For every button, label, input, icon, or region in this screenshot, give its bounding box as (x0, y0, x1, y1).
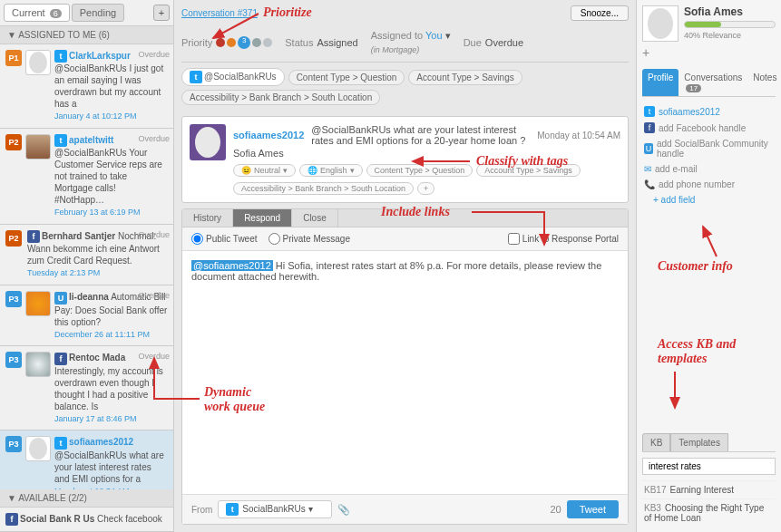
avatar (190, 124, 226, 160)
right-panel: Sofia Ames 40% Relevance + Profile Conve… (636, 0, 781, 532)
twitter-icon: t (644, 106, 655, 117)
community-icon: U (644, 143, 653, 154)
conversation-link[interactable]: Conversation #371 (181, 8, 258, 18)
avatar (642, 5, 678, 42)
tag-pill[interactable]: Accessibility > Bank Branch > South Loca… (233, 182, 414, 195)
center-panel: Conversation #371 Snooze... Priority 3 S… (174, 0, 636, 532)
priority-badge: P2 (5, 134, 22, 150)
priority-badge: P3 (5, 436, 22, 452)
avatar (25, 50, 51, 75)
priority-badge: P3 (5, 352, 22, 368)
radio-public[interactable]: Public Tweet (191, 233, 258, 245)
response-footer: From tSocialBankRUs ▾ 📎 20 Tweet (182, 494, 628, 524)
twitter-icon: t (190, 71, 202, 83)
tag-pill[interactable]: Content Type > Question (366, 164, 473, 177)
queue-item[interactable]: P3 fRentoc Mada Interestingly, my accoun… (0, 346, 173, 430)
snooze-button[interactable]: Snooze... (571, 5, 629, 21)
info-email[interactable]: ✉add e-mail (644, 164, 774, 174)
tab-kb[interactable]: KB (642, 433, 670, 451)
email-icon: ✉ (644, 164, 651, 174)
twitter-icon: t (54, 50, 67, 63)
add-field[interactable]: + add field (644, 195, 774, 205)
char-count: 20 (550, 504, 561, 515)
tweet-button[interactable]: Tweet (567, 500, 619, 518)
tab-pending[interactable]: Pending (72, 4, 124, 22)
add-queue-icon[interactable]: + (153, 5, 170, 21)
conversation-body: sofiaames2012 @SocialBankRUs what are yo… (181, 116, 629, 203)
conversation-header: Conversation #371 Snooze... (181, 0, 629, 26)
avatar (25, 134, 51, 160)
info-phone[interactable]: 📞add phone number (644, 179, 774, 189)
info-tabs: Profile Conversations 17 Notes (642, 69, 776, 97)
info-list: tsofiaames2012 fadd Facebook handle Uadd… (642, 101, 776, 210)
sentiment-pill[interactable]: 😐 Neutral ▾ (233, 164, 296, 177)
queue-item[interactable]: P2 tapateltwitt @SocialBankRUs Your Cust… (0, 129, 173, 225)
left-tabs: Current 6 Pending + (0, 0, 173, 26)
kb-item[interactable]: KB3Choosing the Right Type of Home Loan (642, 498, 776, 527)
facebook-icon: f (54, 353, 67, 365)
tab-current[interactable]: Current 6 (4, 4, 70, 22)
tag-pill[interactable]: Account Type > Savings (408, 70, 522, 85)
checkbox-link-portal[interactable]: Link to Response Portal (508, 233, 619, 245)
kb-section: KB Templates KB17Earning Interest KB3Cho… (642, 433, 776, 527)
top-tags-row: t@SocialBankRUs Content Type > Question … (181, 63, 629, 111)
queue-item[interactable]: fSocial Bank R Us Check facebook (0, 508, 173, 532)
priority-badge: P1 (5, 50, 22, 66)
overdue-label: Overdue (138, 230, 170, 239)
tag-pill[interactable]: Accessibility > Bank Branch > South Loca… (181, 90, 380, 105)
facebook-icon: f (644, 122, 655, 133)
radio-private[interactable]: Private Message (268, 233, 350, 245)
tag-pill[interactable]: Content Type > Question (288, 70, 405, 85)
avatar (25, 291, 51, 316)
priority-badge: P2 (5, 230, 22, 247)
avatar (25, 352, 51, 377)
available-header: ▼ AVAILABLE (2/2) (0, 489, 173, 508)
add-icon[interactable]: + (642, 45, 776, 60)
info-facebook[interactable]: fadd Facebook handle (644, 122, 774, 133)
queue-item[interactable]: P3 tsofiaames2012@SocialBankRUs what are… (0, 430, 173, 488)
relevance-bar (684, 21, 776, 28)
tab-profile[interactable]: Profile (642, 69, 678, 96)
response-area: History Respond Close Public Tweet Priva… (181, 208, 629, 525)
info-community[interactable]: Uadd SocialBank Community handle (644, 139, 774, 159)
tab-conversations[interactable]: Conversations 17 (678, 69, 747, 96)
profile-header: Sofia Ames 40% Relevance (642, 5, 776, 42)
assigned-to-link[interactable]: You (425, 30, 443, 41)
overdue-label: Overdue (138, 291, 170, 300)
overdue-label: Overdue (138, 50, 170, 59)
tab-notes[interactable]: Notes (747, 69, 781, 96)
overdue-label: Overdue (138, 134, 170, 143)
response-options: Public Tweet Private Message Link to Res… (182, 227, 628, 251)
tab-respond[interactable]: Respond (233, 209, 292, 227)
avatar (25, 436, 51, 461)
language-pill[interactable]: 🌐 English ▾ (299, 164, 363, 177)
tag-pill[interactable]: Account Type > Savings (476, 164, 581, 177)
community-icon: U (54, 292, 67, 305)
facebook-icon: f (5, 513, 18, 526)
info-twitter[interactable]: tsofiaames2012 (644, 106, 774, 117)
queue-item[interactable]: P1 tClarkLarkspur @SocialBankRUs I just … (0, 44, 173, 129)
profile-name: Sofia Ames (684, 5, 776, 18)
from-account-select[interactable]: tSocialBankRUs ▾ (218, 500, 331, 518)
tab-close[interactable]: Close (292, 209, 338, 227)
response-textarea[interactable]: @sofiaames2012 Hi Sofia, interest rates … (182, 251, 628, 494)
response-tabs: History Respond Close (182, 209, 628, 227)
phone-icon: 📞 (644, 179, 655, 189)
kb-search-input[interactable] (642, 458, 776, 475)
twitter-icon: t (54, 134, 67, 147)
tab-history[interactable]: History (182, 209, 233, 227)
queue-item[interactable]: P3 Uli-deanna Automatic Bill Pay: Does S… (0, 285, 173, 346)
queue-item[interactable]: P2 fBernhard Santjer Nochmal: Wann bekom… (0, 225, 173, 285)
attach-icon[interactable]: 📎 (337, 504, 350, 516)
add-tag-button[interactable]: + (417, 182, 434, 195)
tab-templates[interactable]: Templates (670, 433, 728, 451)
author-handle[interactable]: sofiaames2012 (233, 130, 304, 140)
meta-row: Priority 3 Status Assigned Assigned to Y… (181, 26, 629, 63)
assigned-header: ▼ ASSIGNED TO ME (6) (0, 26, 173, 44)
priority-dots[interactable]: 3 (216, 36, 272, 49)
queue-list: P1 tClarkLarkspur @SocialBankRUs I just … (0, 44, 173, 489)
kb-item[interactable]: KB17Earning Interest (642, 480, 776, 498)
overdue-label: Overdue (138, 352, 170, 361)
facebook-icon: f (27, 230, 40, 243)
tag-pill[interactable]: t@SocialBankRUs (181, 68, 285, 86)
